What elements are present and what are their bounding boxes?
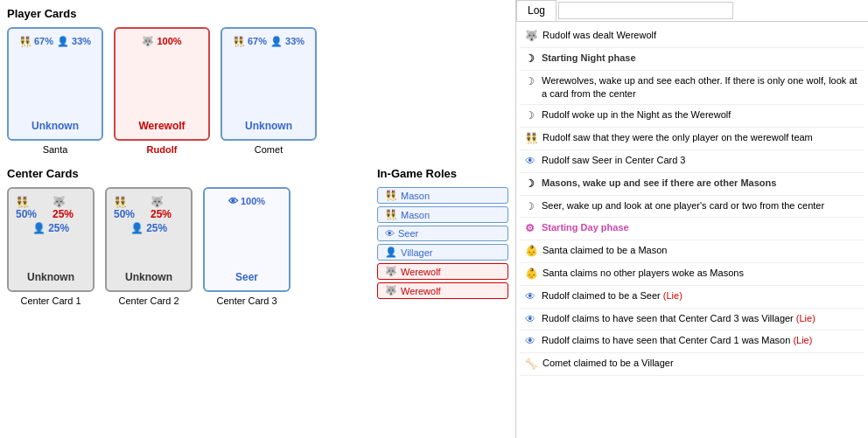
log-text-10: Santa claimed to be a Mason (542, 244, 859, 257)
villager-label: Villager (401, 247, 433, 258)
log-text-12: Rudolf claimed to be a Seer (Lie) (542, 289, 859, 302)
cc1-label: Unknown (27, 271, 74, 283)
moon-icon-2: ☽ (525, 74, 537, 89)
person-icon-1: 👶 (525, 244, 538, 259)
seer-label: Seer (398, 228, 418, 239)
player-card-comet: 👯 67% 👤 33% Unknown Comet (220, 27, 317, 155)
eye-icon-3: 👁 (525, 312, 537, 327)
werewolf-2-icon: 🐺 (385, 285, 397, 296)
log-text-1: Rudolf was dealt Werewolf (542, 29, 859, 42)
rudolf-label: Werewolf (138, 120, 185, 132)
center-card-3: 👁 100% Seer (203, 187, 290, 292)
log-tab[interactable]: Log (516, 0, 556, 21)
cc2-wolf-stat: 🐺 25% (150, 196, 184, 220)
person-icon-3: 🦴 (525, 357, 538, 372)
role-werewolf-2: 🐺 Werewolf (377, 282, 508, 299)
cc3-seer-stat: 👁 100% (228, 196, 265, 206)
lie-tag-1: (Lie) (663, 290, 682, 301)
log-text-15: Comet claimed to be a Villager (542, 357, 859, 370)
person-icon-2: 👶 (525, 267, 538, 282)
comet-stats: 👯 67% 👤 33% (233, 36, 304, 47)
center-card-2-wrapper: 👯 50% 🐺 25% 👤 25% Unknown Center Card 2 (105, 187, 192, 306)
log-text-11: Santa claims no other players woke as Ma… (542, 267, 859, 280)
role-mason-1: 👯 Mason (377, 187, 508, 204)
comet-card: 👯 67% 👤 33% Unknown (220, 27, 317, 141)
moon-icon-1: ☽ (525, 52, 537, 66)
center-card-3-stats: 👁 100% (228, 196, 265, 206)
log-text-4: Rudolf woke up in the Night as the Werew… (542, 108, 859, 122)
santa-label: Unknown (32, 120, 79, 132)
left-panel: Player Cards 👯 67% 👤 33% Unknown Santa 🐺… (0, 0, 516, 438)
log-tabs: Log (516, 0, 868, 22)
villager-icon: 👤 (385, 247, 397, 258)
werewolf-1-icon: 🐺 (385, 266, 397, 277)
eye-icon-1: 👁 (525, 154, 537, 169)
log-text-7: Masons, wake up and see if there are oth… (542, 177, 859, 190)
center-cards-row: 👯 50% 🐺 25% 👤 25% Unknown Center Card 1 (7, 187, 370, 306)
log-entry-12: 👁 Rudolf claimed to be a Seer (Lie) (520, 286, 864, 309)
rudolf-name: Rudolf (114, 144, 210, 155)
log-search-input[interactable] (558, 2, 733, 19)
rudolf-wolf-stat: 🐺 100% (142, 36, 181, 47)
center-card-3-name: Center Card 3 (203, 295, 290, 306)
role-mason-2: 👯 Mason (377, 206, 508, 223)
cc2-mason-stat: 👯 50% (114, 196, 147, 220)
log-entry-8: ☽ Seer, wake up and look at one player's… (520, 196, 864, 219)
star-icon-1: ⚙ (525, 221, 537, 236)
center-card-2: 👯 50% 🐺 25% 👤 25% Unknown (105, 187, 192, 292)
rudolf-card: 🐺 100% Werewolf (114, 27, 210, 141)
werewolf-2-label: Werewolf (401, 286, 441, 296)
center-card-3-wrapper: 👁 100% Seer Center Card 3 (203, 187, 290, 306)
lie-tag-3: (Lie) (793, 335, 812, 345)
log-entry-1: 🐺 Rudolf was dealt Werewolf (520, 25, 864, 48)
center-card-1-stats: 👯 50% 🐺 25% 👤 25% (16, 196, 86, 234)
cc2-villager-stat: 👤 25% (130, 222, 167, 234)
log-text-8: Seer, wake up and look at one player's c… (542, 199, 859, 212)
in-game-roles-title: In-Game Roles (377, 167, 508, 180)
log-entry-14: 👁 Rudolf claims to have seen that Center… (520, 330, 864, 353)
player-cards-title: Player Cards (7, 7, 508, 20)
cc1-wolf-stat: 🐺 25% (52, 196, 86, 220)
comet-label: Unknown (245, 120, 292, 132)
log-text-3: Werewolves, wake up and see each other. … (542, 74, 859, 101)
log-text-6: Rudolf saw Seer in Center Card 3 (542, 154, 859, 167)
log-text-2: Starting Night phase (542, 52, 859, 65)
log-entry-4: ☽ Rudolf woke up in the Night as the Wer… (520, 105, 864, 128)
seer-icon: 👁 (385, 228, 395, 239)
player-cards-row: 👯 67% 👤 33% Unknown Santa 🐺 100% Werewol… (7, 27, 508, 155)
log-entry-13: 👁 Rudolf claims to have seen that Center… (520, 309, 864, 331)
mason-1-label: Mason (401, 191, 430, 201)
log-entry-6: 👁 Rudolf saw Seer in Center Card 3 (520, 150, 864, 173)
eye-icon-2: 👁 (525, 289, 537, 304)
log-entry-9: ⚙ Starting Day phase (520, 218, 864, 240)
center-card-1-wrapper: 👯 50% 🐺 25% 👤 25% Unknown Center Card 1 (7, 187, 94, 306)
log-entry-10: 👶 Santa claimed to be a Mason (520, 240, 864, 263)
right-panel: Log 🐺 Rudolf was dealt Werewolf ☽ Starti… (516, 0, 868, 438)
mason-icon-1: 👯 (525, 131, 538, 146)
log-entry-2: ☽ Starting Night phase (520, 48, 864, 71)
rudolf-stats: 🐺 100% (142, 36, 181, 47)
cc1-mason-stat: 👯 50% (16, 196, 49, 220)
comet-mason-stat: 👯 67% (233, 36, 267, 47)
mason-2-icon: 👯 (385, 209, 397, 220)
role-werewolf-1: 🐺 Werewolf (377, 263, 508, 280)
mason-1-icon: 👯 (385, 190, 397, 201)
log-entry-11: 👶 Santa claims no other players woke as … (520, 263, 864, 286)
comet-name: Comet (220, 144, 317, 155)
role-seer: 👁 Seer (377, 226, 508, 241)
player-card-rudolf: 🐺 100% Werewolf Rudolf (114, 27, 210, 155)
center-card-1: 👯 50% 🐺 25% 👤 25% Unknown (7, 187, 94, 292)
log-content: 🐺 Rudolf was dealt Werewolf ☽ Starting N… (516, 22, 868, 438)
log-text-14: Rudolf claims to have seen that Center C… (542, 334, 859, 347)
bottom-section: Center Cards 👯 50% 🐺 25% 👤 25% (7, 167, 508, 309)
log-text-9: Starting Day phase (542, 221, 859, 234)
in-game-roles-section: In-Game Roles 👯 Mason 👯 Mason 👁 Seer 👤 V… (377, 167, 508, 309)
center-cards-title: Center Cards (7, 167, 370, 180)
moon-icon-3: ☽ (525, 108, 537, 123)
log-entry-5: 👯 Rudolf saw that they were the only pla… (520, 128, 864, 150)
mason-2-label: Mason (401, 210, 430, 220)
moon-icon-4: ☽ (525, 177, 537, 191)
eye-icon-4: 👁 (525, 334, 537, 349)
santa-name: Santa (7, 144, 103, 155)
santa-mason-stat: 👯 67% (19, 36, 53, 47)
